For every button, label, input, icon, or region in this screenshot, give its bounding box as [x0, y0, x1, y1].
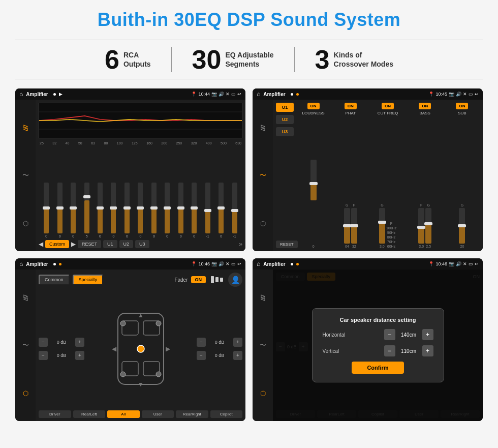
- home-icon[interactable]: ⌂: [19, 91, 23, 98]
- vol-plus-4[interactable]: +: [233, 351, 242, 360]
- slider-thumb-3[interactable]: [83, 195, 90, 198]
- confirm-button[interactable]: Confirm: [352, 362, 403, 374]
- crossover-wave-icon[interactable]: 〜: [260, 171, 266, 180]
- slider-thumb-6[interactable]: [123, 206, 131, 210]
- bass-f-thumb[interactable]: [417, 226, 425, 229]
- crossover-vol-sidebar-icon[interactable]: ⬡: [260, 220, 266, 227]
- slider-track-11[interactable]: [192, 183, 197, 233]
- slider-thumb-0[interactable]: [43, 206, 50, 210]
- slider-track-1[interactable]: [57, 183, 63, 233]
- vol-plus-1[interactable]: +: [75, 338, 84, 347]
- cutfreq-g-thumb[interactable]: [378, 221, 386, 224]
- vertical-plus-btn[interactable]: +: [422, 345, 433, 356]
- crossover-reset[interactable]: RESET: [276, 241, 298, 248]
- fader-eq-icon[interactable]: ⧎: [23, 293, 28, 301]
- vol-minus-2[interactable]: −: [39, 351, 48, 360]
- eq-wave-icon[interactable]: 〜: [22, 171, 29, 180]
- slider-track-9[interactable]: [165, 183, 170, 233]
- crossover-back-icon[interactable]: ↩: [475, 92, 479, 97]
- fader-wave-icon[interactable]: 〜: [22, 341, 29, 350]
- vol-minus-3[interactable]: −: [197, 338, 206, 347]
- fader-driver-btn[interactable]: Driver: [39, 410, 71, 418]
- fader-rearright-btn[interactable]: RearRight: [176, 410, 208, 418]
- slider-track-14[interactable]: [232, 183, 237, 233]
- slider-thumb-1[interactable]: [56, 206, 64, 210]
- bass-g-thumb[interactable]: [424, 222, 432, 225]
- slider-track-0[interactable]: [44, 183, 49, 233]
- preset-u1[interactable]: U1: [276, 103, 294, 112]
- slider-track-13[interactable]: [219, 183, 224, 233]
- back-icon[interactable]: ↩: [237, 92, 241, 97]
- phat-f-slider[interactable]: [351, 208, 357, 244]
- crossover-home-icon[interactable]: ⌂: [257, 91, 260, 98]
- vol-plus-3[interactable]: +: [233, 338, 242, 347]
- fader-user-btn[interactable]: User: [142, 410, 174, 418]
- sub-on[interactable]: ON: [456, 103, 468, 109]
- slider-thumb-14[interactable]: [231, 209, 238, 212]
- eq-reset-btn[interactable]: RESET: [78, 240, 101, 248]
- eq-expand-icon[interactable]: »: [239, 241, 242, 248]
- phat-f-thumb[interactable]: [350, 224, 358, 227]
- eq-vol-icon[interactable]: ⬡: [23, 220, 28, 227]
- fader-specialty-tab[interactable]: Specialty: [73, 275, 104, 285]
- slider-track-10[interactable]: [178, 183, 183, 233]
- dialog-eq-icon[interactable]: ⧎: [260, 293, 266, 301]
- eq-next-btn[interactable]: ▶: [71, 241, 76, 248]
- fader-all-btn[interactable]: All: [107, 410, 140, 418]
- fader-avatar[interactable]: 👤: [228, 273, 242, 287]
- slider-track-3[interactable]: [84, 183, 89, 233]
- preset-u2[interactable]: U2: [276, 115, 294, 124]
- fader-vol-sidebar[interactable]: ⬡: [23, 390, 28, 397]
- bass-g-slider[interactable]: [425, 208, 431, 244]
- dialog-wave-icon[interactable]: 〜: [260, 341, 266, 350]
- slider-thumb-10[interactable]: [177, 206, 184, 210]
- horizontal-plus-btn[interactable]: +: [422, 329, 433, 340]
- sub-g-slider[interactable]: [459, 208, 465, 244]
- vol-minus-4[interactable]: −: [197, 351, 206, 360]
- fader-common-tab[interactable]: Common: [39, 275, 70, 285]
- fader-copilot-btn[interactable]: Copilot: [210, 410, 243, 418]
- slider-thumb-5[interactable]: [110, 206, 117, 210]
- slider-track-8[interactable]: [151, 183, 157, 233]
- slider-track-6[interactable]: [124, 183, 130, 233]
- slider-thumb-7[interactable]: [137, 206, 144, 210]
- slider-thumb-12[interactable]: [204, 209, 211, 212]
- phat-g-slider[interactable]: [344, 208, 350, 244]
- slider-thumb-9[interactable]: [164, 206, 171, 210]
- slider-thumb-11[interactable]: [191, 206, 198, 210]
- horizontal-minus-btn[interactable]: −: [384, 329, 395, 340]
- eq-u3-btn[interactable]: U3: [135, 240, 149, 248]
- eq-u2-btn[interactable]: U2: [119, 240, 134, 248]
- slider-track-12[interactable]: [205, 183, 210, 233]
- eq-prev-btn[interactable]: ◀: [39, 241, 43, 248]
- fader-home-icon[interactable]: ⌂: [19, 260, 23, 267]
- loudness-slider[interactable]: [310, 160, 317, 200]
- vertical-minus-btn[interactable]: −: [384, 345, 395, 356]
- slider-thumb-8[interactable]: [150, 206, 158, 210]
- dialog-home-icon[interactable]: ⌂: [257, 260, 260, 267]
- slider-thumb-4[interactable]: [97, 206, 104, 210]
- eq-custom-btn[interactable]: Custom: [45, 240, 69, 248]
- vol-minus-1[interactable]: −: [39, 338, 48, 347]
- loudness-on[interactable]: ON: [307, 103, 320, 109]
- sub-g-thumb[interactable]: [458, 224, 466, 227]
- vol-plus-2[interactable]: +: [75, 351, 84, 360]
- slider-thumb-2[interactable]: [70, 206, 77, 210]
- slider-track-2[interactable]: [71, 183, 76, 233]
- slider-thumb-13[interactable]: [217, 206, 225, 210]
- bass-f-slider[interactable]: [418, 208, 424, 244]
- loudness-thumb[interactable]: [309, 182, 318, 185]
- preset-u3[interactable]: U3: [276, 127, 294, 136]
- cutfreq-on[interactable]: ON: [382, 103, 394, 109]
- eq-filter-icon[interactable]: ⧎: [23, 124, 28, 131]
- fader-back-icon[interactable]: ↩: [237, 261, 241, 266]
- dialog-back-icon[interactable]: ↩: [475, 261, 479, 266]
- phat-on[interactable]: ON: [345, 103, 357, 109]
- cutfreq-g-slider[interactable]: [379, 208, 385, 244]
- slider-track-4[interactable]: [98, 183, 103, 233]
- bass-on[interactable]: ON: [419, 103, 431, 109]
- slider-track-5[interactable]: [111, 183, 116, 233]
- eq-u1-btn[interactable]: U1: [103, 240, 117, 248]
- slider-track-7[interactable]: [138, 183, 143, 233]
- crossover-eq-icon[interactable]: ⧎: [260, 124, 266, 131]
